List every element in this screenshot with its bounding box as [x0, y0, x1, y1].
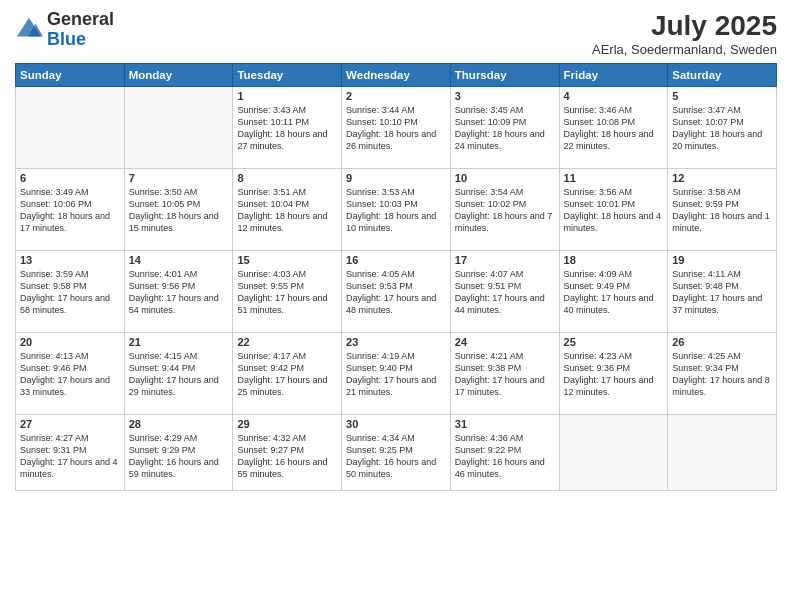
cell-content: Sunrise: 4:03 AM Sunset: 9:55 PM Dayligh…	[237, 268, 337, 317]
table-row: 17Sunrise: 4:07 AM Sunset: 9:51 PM Dayli…	[450, 251, 559, 333]
day-number: 28	[129, 418, 229, 430]
col-thursday: Thursday	[450, 64, 559, 87]
day-number: 22	[237, 336, 337, 348]
table-row: 9Sunrise: 3:53 AM Sunset: 10:03 PM Dayli…	[342, 169, 451, 251]
cell-content: Sunrise: 3:53 AM Sunset: 10:03 PM Daylig…	[346, 186, 446, 235]
cell-content: Sunrise: 3:46 AM Sunset: 10:08 PM Daylig…	[564, 104, 664, 153]
table-row: 29Sunrise: 4:32 AM Sunset: 9:27 PM Dayli…	[233, 415, 342, 491]
day-number: 5	[672, 90, 772, 102]
day-number: 24	[455, 336, 555, 348]
cell-content: Sunrise: 4:21 AM Sunset: 9:38 PM Dayligh…	[455, 350, 555, 399]
table-row: 12Sunrise: 3:58 AM Sunset: 9:59 PM Dayli…	[668, 169, 777, 251]
day-number: 1	[237, 90, 337, 102]
col-wednesday: Wednesday	[342, 64, 451, 87]
logo-blue-text: Blue	[47, 29, 86, 49]
table-row: 18Sunrise: 4:09 AM Sunset: 9:49 PM Dayli…	[559, 251, 668, 333]
table-row: 19Sunrise: 4:11 AM Sunset: 9:48 PM Dayli…	[668, 251, 777, 333]
table-row: 11Sunrise: 3:56 AM Sunset: 10:01 PM Dayl…	[559, 169, 668, 251]
cell-content: Sunrise: 3:59 AM Sunset: 9:58 PM Dayligh…	[20, 268, 120, 317]
table-row: 21Sunrise: 4:15 AM Sunset: 9:44 PM Dayli…	[124, 333, 233, 415]
table-row: 23Sunrise: 4:19 AM Sunset: 9:40 PM Dayli…	[342, 333, 451, 415]
month-title: July 2025	[592, 10, 777, 42]
cell-content: Sunrise: 4:36 AM Sunset: 9:22 PM Dayligh…	[455, 432, 555, 481]
day-number: 19	[672, 254, 772, 266]
logo: General Blue	[15, 10, 114, 50]
table-row	[16, 87, 125, 169]
day-number: 27	[20, 418, 120, 430]
header: General Blue July 2025 AErla, Soedermanl…	[15, 10, 777, 57]
cell-content: Sunrise: 4:09 AM Sunset: 9:49 PM Dayligh…	[564, 268, 664, 317]
table-row	[124, 87, 233, 169]
col-tuesday: Tuesday	[233, 64, 342, 87]
table-row: 6Sunrise: 3:49 AM Sunset: 10:06 PM Dayli…	[16, 169, 125, 251]
day-number: 17	[455, 254, 555, 266]
cell-content: Sunrise: 4:13 AM Sunset: 9:46 PM Dayligh…	[20, 350, 120, 399]
day-number: 29	[237, 418, 337, 430]
cell-content: Sunrise: 4:34 AM Sunset: 9:25 PM Dayligh…	[346, 432, 446, 481]
day-number: 8	[237, 172, 337, 184]
table-row	[559, 415, 668, 491]
calendar: Sunday Monday Tuesday Wednesday Thursday…	[15, 63, 777, 491]
location: AErla, Soedermanland, Sweden	[592, 42, 777, 57]
cell-content: Sunrise: 3:44 AM Sunset: 10:10 PM Daylig…	[346, 104, 446, 153]
day-number: 11	[564, 172, 664, 184]
day-number: 25	[564, 336, 664, 348]
cell-content: Sunrise: 4:29 AM Sunset: 9:29 PM Dayligh…	[129, 432, 229, 481]
table-row: 26Sunrise: 4:25 AM Sunset: 9:34 PM Dayli…	[668, 333, 777, 415]
calendar-header-row: Sunday Monday Tuesday Wednesday Thursday…	[16, 64, 777, 87]
day-number: 31	[455, 418, 555, 430]
day-number: 21	[129, 336, 229, 348]
table-row: 15Sunrise: 4:03 AM Sunset: 9:55 PM Dayli…	[233, 251, 342, 333]
day-number: 15	[237, 254, 337, 266]
table-row: 1Sunrise: 3:43 AM Sunset: 10:11 PM Dayli…	[233, 87, 342, 169]
cell-content: Sunrise: 4:05 AM Sunset: 9:53 PM Dayligh…	[346, 268, 446, 317]
cell-content: Sunrise: 4:25 AM Sunset: 9:34 PM Dayligh…	[672, 350, 772, 399]
logo-text: General Blue	[47, 10, 114, 50]
cell-content: Sunrise: 4:32 AM Sunset: 9:27 PM Dayligh…	[237, 432, 337, 481]
day-number: 16	[346, 254, 446, 266]
day-number: 20	[20, 336, 120, 348]
day-number: 3	[455, 90, 555, 102]
cell-content: Sunrise: 3:45 AM Sunset: 10:09 PM Daylig…	[455, 104, 555, 153]
cell-content: Sunrise: 4:01 AM Sunset: 9:56 PM Dayligh…	[129, 268, 229, 317]
table-row: 5Sunrise: 3:47 AM Sunset: 10:07 PM Dayli…	[668, 87, 777, 169]
cell-content: Sunrise: 3:56 AM Sunset: 10:01 PM Daylig…	[564, 186, 664, 235]
cell-content: Sunrise: 4:15 AM Sunset: 9:44 PM Dayligh…	[129, 350, 229, 399]
cell-content: Sunrise: 3:47 AM Sunset: 10:07 PM Daylig…	[672, 104, 772, 153]
day-number: 10	[455, 172, 555, 184]
table-row: 20Sunrise: 4:13 AM Sunset: 9:46 PM Dayli…	[16, 333, 125, 415]
cell-content: Sunrise: 3:51 AM Sunset: 10:04 PM Daylig…	[237, 186, 337, 235]
col-monday: Monday	[124, 64, 233, 87]
cell-content: Sunrise: 4:11 AM Sunset: 9:48 PM Dayligh…	[672, 268, 772, 317]
table-row: 25Sunrise: 4:23 AM Sunset: 9:36 PM Dayli…	[559, 333, 668, 415]
table-row: 16Sunrise: 4:05 AM Sunset: 9:53 PM Dayli…	[342, 251, 451, 333]
table-row: 28Sunrise: 4:29 AM Sunset: 9:29 PM Dayli…	[124, 415, 233, 491]
cell-content: Sunrise: 4:23 AM Sunset: 9:36 PM Dayligh…	[564, 350, 664, 399]
logo-icon	[15, 16, 43, 44]
day-number: 14	[129, 254, 229, 266]
table-row	[668, 415, 777, 491]
table-row: 22Sunrise: 4:17 AM Sunset: 9:42 PM Dayli…	[233, 333, 342, 415]
cell-content: Sunrise: 4:27 AM Sunset: 9:31 PM Dayligh…	[20, 432, 120, 481]
cell-content: Sunrise: 3:50 AM Sunset: 10:05 PM Daylig…	[129, 186, 229, 235]
day-number: 7	[129, 172, 229, 184]
table-row: 13Sunrise: 3:59 AM Sunset: 9:58 PM Dayli…	[16, 251, 125, 333]
cell-content: Sunrise: 3:49 AM Sunset: 10:06 PM Daylig…	[20, 186, 120, 235]
table-row: 31Sunrise: 4:36 AM Sunset: 9:22 PM Dayli…	[450, 415, 559, 491]
day-number: 6	[20, 172, 120, 184]
day-number: 4	[564, 90, 664, 102]
cell-content: Sunrise: 3:43 AM Sunset: 10:11 PM Daylig…	[237, 104, 337, 153]
col-friday: Friday	[559, 64, 668, 87]
day-number: 12	[672, 172, 772, 184]
table-row: 8Sunrise: 3:51 AM Sunset: 10:04 PM Dayli…	[233, 169, 342, 251]
table-row: 7Sunrise: 3:50 AM Sunset: 10:05 PM Dayli…	[124, 169, 233, 251]
day-number: 23	[346, 336, 446, 348]
logo-general-text: General	[47, 9, 114, 29]
page: General Blue July 2025 AErla, Soedermanl…	[0, 0, 792, 612]
cell-content: Sunrise: 4:07 AM Sunset: 9:51 PM Dayligh…	[455, 268, 555, 317]
col-sunday: Sunday	[16, 64, 125, 87]
table-row: 24Sunrise: 4:21 AM Sunset: 9:38 PM Dayli…	[450, 333, 559, 415]
cell-content: Sunrise: 4:17 AM Sunset: 9:42 PM Dayligh…	[237, 350, 337, 399]
day-number: 26	[672, 336, 772, 348]
day-number: 30	[346, 418, 446, 430]
